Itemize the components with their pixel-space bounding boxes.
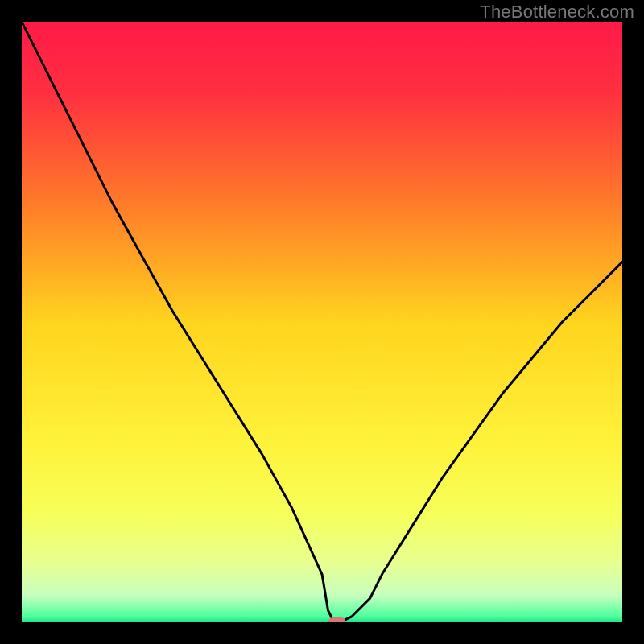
chart-frame: TheBottleneck.com xyxy=(0,0,644,644)
optimal-point-marker xyxy=(328,617,346,622)
gradient-background xyxy=(22,22,622,622)
plot-area xyxy=(22,22,622,622)
watermark-text: TheBottleneck.com xyxy=(480,2,634,23)
bottleneck-chart xyxy=(22,22,622,622)
